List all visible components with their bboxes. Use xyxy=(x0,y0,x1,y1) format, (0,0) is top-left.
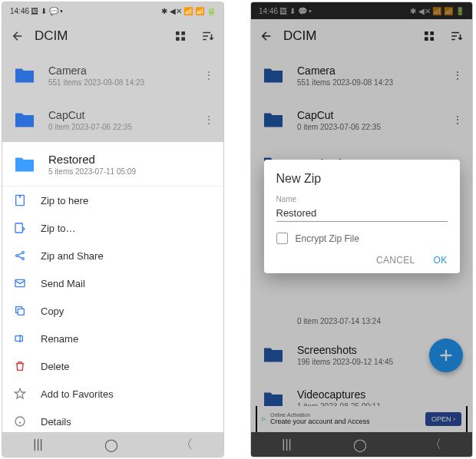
more-icon[interactable]: ⋮ xyxy=(203,69,214,81)
menu-rename[interactable]: Rename xyxy=(2,325,223,352)
folder-row[interactable]: CapCut 0 item2023-07-06 22:35 ⋮ xyxy=(251,97,472,142)
ad-banner[interactable]: ▷ Online Activation Create your account … xyxy=(251,406,472,432)
android-nav-bar: ||| ◯ 〈 xyxy=(251,432,472,457)
context-menu: Zip to here Zip to… Zip and Share Send M… xyxy=(2,187,223,432)
status-time: 14:46 xyxy=(259,7,278,15)
phone-screenshot-left: 14:46 🖼 ⬇ 💬 • ✱ ◀✕ 📶 📶 🔋 DCIM xyxy=(2,2,224,457)
folder-icon xyxy=(260,107,286,133)
nav-home-icon[interactable]: ◯ xyxy=(104,438,118,452)
svg-rect-1 xyxy=(181,31,185,35)
folder-icon xyxy=(12,107,38,133)
nav-back-icon[interactable]: 〈 xyxy=(180,437,193,453)
page-title: DCIM xyxy=(35,28,164,44)
view-grid-icon[interactable] xyxy=(421,28,437,44)
app-bar: DCIM xyxy=(251,19,472,53)
nav-back-icon[interactable]: 〈 xyxy=(429,437,441,453)
mail-icon xyxy=(13,276,27,290)
menu-zip-to[interactable]: Zip to… xyxy=(2,214,223,242)
ok-button[interactable]: OK xyxy=(434,255,448,266)
more-icon[interactable]: ⋮ xyxy=(452,69,463,81)
android-nav-bar: ||| ◯ 〈 xyxy=(2,432,223,457)
more-icon[interactable]: ⋮ xyxy=(452,114,463,126)
page-title: DCIM xyxy=(283,28,412,44)
folder-icon xyxy=(260,342,286,368)
folder-icon xyxy=(260,62,286,88)
back-icon[interactable] xyxy=(10,28,25,44)
status-right-icons: ✱ ◀✕ 📶 📶 🔋 xyxy=(161,7,216,15)
folder-name: Videocaptures xyxy=(297,388,463,401)
zip-to-icon xyxy=(13,221,27,235)
menu-zip-here[interactable]: Zip to here xyxy=(2,187,223,214)
folder-row[interactable]: 0 item2023-07-14 13:24 xyxy=(251,308,472,332)
encrypt-label: Encrypt Zip File xyxy=(296,233,359,244)
encrypt-checkbox[interactable] xyxy=(276,233,288,244)
selected-folder-name: Restored xyxy=(48,153,214,166)
menu-details[interactable]: Details xyxy=(2,408,223,432)
svg-rect-11 xyxy=(15,336,22,342)
star-icon xyxy=(13,387,27,401)
new-zip-dialog: New Zip Name Encrypt Zip File CANCEL OK xyxy=(264,160,460,273)
rename-icon xyxy=(13,332,27,345)
folder-icon xyxy=(12,151,38,177)
copy-icon xyxy=(13,304,27,318)
svg-point-6 xyxy=(16,255,18,257)
nav-home-icon[interactable]: ◯ xyxy=(353,438,367,452)
menu-zip-share[interactable]: Zip and Share xyxy=(2,242,223,269)
info-icon xyxy=(13,414,27,428)
fab-add-button[interactable] xyxy=(429,338,463,372)
menu-copy[interactable]: Copy xyxy=(2,297,223,325)
svg-rect-14 xyxy=(430,31,434,35)
zip-icon xyxy=(13,193,27,207)
svg-rect-16 xyxy=(430,37,434,41)
svg-rect-5 xyxy=(15,223,22,233)
folder-name: Camera xyxy=(48,64,193,77)
share-icon xyxy=(13,249,27,263)
menu-send-mail[interactable]: Send Mail xyxy=(2,269,223,297)
menu-delete[interactable]: Delete xyxy=(2,352,223,380)
status-notif-icons: 🖼 ⬇ 💬 • xyxy=(279,7,312,15)
svg-rect-3 xyxy=(181,37,185,41)
more-icon[interactable]: ⋮ xyxy=(203,114,214,126)
folder-name: Camera xyxy=(297,64,441,77)
folder-row[interactable]: Camera 551 items2023-09-08 14:23 ⋮ xyxy=(2,53,223,97)
sort-icon[interactable] xyxy=(449,28,464,44)
folder-name: CapCut xyxy=(48,109,193,121)
folder-name: CapCut xyxy=(297,109,441,121)
phone-screenshot-right: 14:46 🖼 ⬇ 💬 • ✱ ◀✕ 📶 📶 🔋 DCIM Cam xyxy=(250,2,473,457)
svg-point-7 xyxy=(22,252,25,254)
trash-icon xyxy=(13,359,27,373)
menu-favorite[interactable]: Add to Favorites xyxy=(2,380,223,408)
folder-row[interactable]: Camera 551 items2023-09-08 14:23 ⋮ xyxy=(251,53,472,97)
dialog-name-label: Name xyxy=(276,195,448,203)
dialog-title: New Zip xyxy=(276,172,448,186)
folder-icon xyxy=(12,62,38,88)
svg-point-8 xyxy=(22,258,25,260)
view-grid-icon[interactable] xyxy=(173,28,188,44)
cancel-button[interactable]: CANCEL xyxy=(376,255,415,266)
svg-rect-15 xyxy=(425,37,428,41)
status-bar: 14:46 🖼 ⬇ 💬 • ✱ ◀✕ 📶 📶 🔋 xyxy=(2,2,223,19)
app-bar: DCIM xyxy=(2,19,223,53)
svg-rect-2 xyxy=(176,37,180,41)
ad-open-button[interactable]: OPEN › xyxy=(425,412,461,426)
sort-icon[interactable] xyxy=(200,28,216,44)
svg-rect-10 xyxy=(18,309,24,315)
back-icon[interactable] xyxy=(259,28,274,44)
status-right-icons: ✱ ◀✕ 📶 📶 🔋 xyxy=(410,7,464,15)
status-bar: 14:46 🖼 ⬇ 💬 • ✱ ◀✕ 📶 📶 🔋 xyxy=(251,2,472,19)
zip-name-input[interactable] xyxy=(276,205,448,222)
selected-folder-header: Restored 5 items2023-07-11 05:09 xyxy=(2,142,223,187)
folder-row[interactable]: CapCut 0 item2023-07-06 22:35 ⋮ xyxy=(2,97,223,142)
svg-rect-0 xyxy=(176,31,180,35)
svg-rect-13 xyxy=(425,31,428,35)
status-time: 14:46 xyxy=(10,7,29,15)
status-notif-icons: 🖼 ⬇ 💬 • xyxy=(31,7,63,15)
nav-recents-icon[interactable]: ||| xyxy=(282,438,291,451)
nav-recents-icon[interactable]: ||| xyxy=(33,438,42,451)
